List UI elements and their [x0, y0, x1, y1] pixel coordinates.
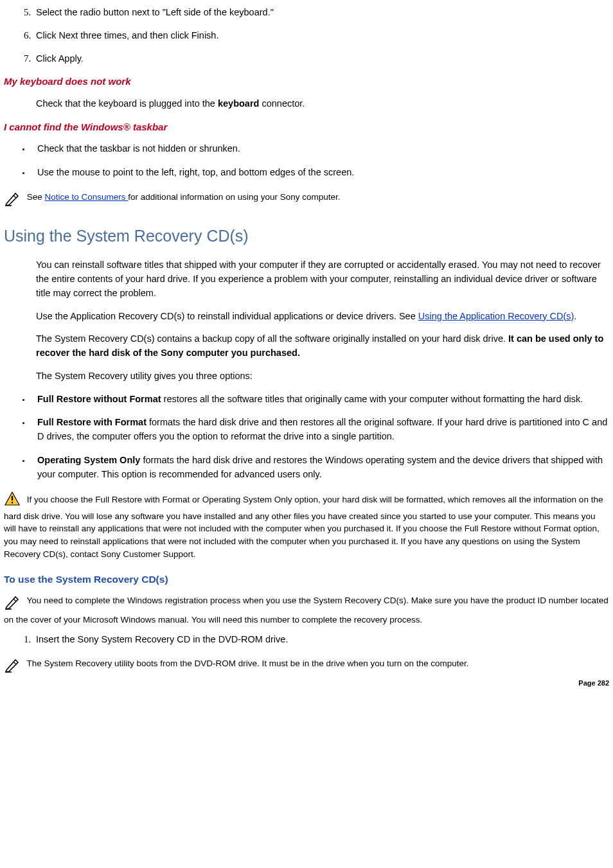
svg-rect-0 — [12, 496, 13, 500]
note-boot: The System Recovery utility boots from t… — [4, 656, 609, 677]
option-full-restore-no-format: Full Restore without Format restores all… — [31, 393, 609, 407]
para-backup-copy: The System Recovery CD(s) contains a bac… — [36, 332, 609, 360]
para-keyboard-connector: Check that the keyboard is plugged into … — [36, 97, 609, 111]
option-full-restore-with-format: Full Restore with Format formats the har… — [31, 416, 609, 444]
heading-keyboard-not-work: My keyboard does not work — [4, 75, 609, 89]
note-consumers: See Notice to Consumers for additional i… — [4, 190, 609, 210]
taskbar-bullets: Check that the taskbar is not hidden or … — [4, 142, 609, 180]
svg-rect-1 — [12, 502, 13, 503]
bullet-taskbar-hidden: Check that the taskbar is not hidden or … — [31, 142, 609, 156]
pencil-icon — [4, 190, 22, 210]
warning-icon — [4, 491, 21, 510]
para-app-recovery-see: Use the Application Recovery CD(s) to re… — [36, 310, 609, 324]
numbered-steps-continued: Select the radio button next to "Left si… — [4, 5, 609, 66]
recovery-options-list: Full Restore without Format restores all… — [4, 393, 609, 482]
step-insert-cd: Insert the Sony System Recovery CD in th… — [33, 632, 609, 647]
para-recovery-intro: You can reinstall software titles that s… — [36, 258, 609, 300]
pencil-icon — [4, 656, 22, 677]
warning-format: If you choose the Full Restore with Form… — [4, 491, 609, 560]
step-5: Select the radio button next to "Left si… — [33, 5, 609, 20]
recovery-steps: Insert the Sony System Recovery CD in th… — [4, 632, 609, 647]
pencil-icon — [4, 593, 22, 614]
heading-to-use-recovery-cd: To use the System Recovery CD(s) — [4, 572, 609, 587]
heading-cannot-find-taskbar: I cannot find the Windows® taskbar — [4, 120, 609, 135]
step-7: Click Apply. — [33, 51, 609, 66]
link-notice-to-consumers[interactable]: Notice to Consumers — [45, 192, 129, 202]
heading-using-system-recovery: Using the System Recovery CD(s) — [4, 224, 609, 249]
para-three-options: The System Recovery utility gives you th… — [36, 369, 609, 384]
page-number: Page 282 — [4, 678, 609, 689]
note-registration: You need to complete the Windows registr… — [4, 593, 609, 626]
bullet-taskbar-edges: Use the mouse to point to the left, righ… — [31, 166, 609, 180]
link-using-app-recovery[interactable]: Using the Application Recovery CD(s) — [418, 311, 574, 321]
step-6: Click Next three times, and then click F… — [33, 28, 609, 43]
option-os-only: Operating System Only formats the hard d… — [31, 454, 609, 482]
